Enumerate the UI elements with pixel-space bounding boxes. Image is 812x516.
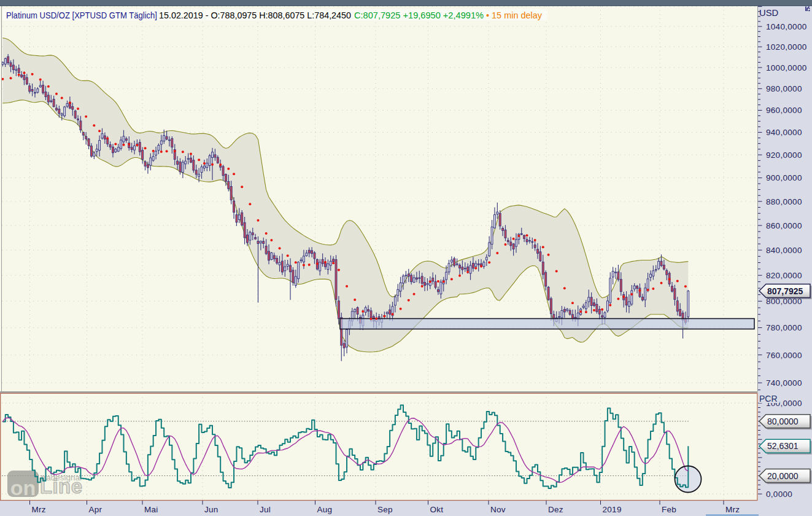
svg-text:Sep: Sep: [377, 505, 393, 514]
svg-text:1020,0000: 1020,0000: [766, 42, 807, 52]
svg-text:C:807,7925 +19,6950 +2,4991%: C:807,7925 +19,6950 +2,4991%: [354, 10, 484, 20]
svg-text:• 15 min delay: • 15 min delay: [486, 10, 543, 20]
svg-text:Platinum USD/OZ [XPTUSD GTM Tä: Platinum USD/OZ [XPTUSD GTM Täglich]: [6, 10, 157, 20]
svg-text:980,0000: 980,0000: [766, 84, 802, 93]
svg-text:760,0000: 760,0000: [766, 351, 802, 360]
svg-text:Jun: Jun: [204, 505, 218, 514]
svg-text:740,0000: 740,0000: [766, 378, 802, 388]
svg-text:820,0000: 820,0000: [766, 271, 802, 280]
svg-text:880,0000: 880,0000: [766, 197, 802, 206]
svg-text:on: on: [10, 476, 36, 499]
svg-text:Apr: Apr: [89, 505, 102, 514]
svg-text:Mai: Mai: [144, 505, 158, 514]
svg-text:900,0000: 900,0000: [766, 173, 802, 182]
svg-text:Mrz: Mrz: [725, 505, 740, 514]
svg-text:1040,0000: 1040,0000: [766, 22, 807, 31]
svg-text:20,0000: 20,0000: [767, 471, 798, 481]
svg-text:807,7925: 807,7925: [767, 286, 803, 296]
svg-text:52,6301: 52,6301: [767, 441, 798, 451]
svg-text:USD: USD: [759, 8, 778, 18]
svg-text:Jul: Jul: [260, 505, 271, 514]
svg-text:780,0000: 780,0000: [766, 323, 802, 332]
svg-text:80,0000: 80,0000: [767, 416, 798, 426]
svg-text:Mrz: Mrz: [32, 505, 46, 514]
svg-text:0,0000: 0,0000: [766, 490, 792, 499]
svg-text:Nov: Nov: [490, 505, 506, 514]
svg-text:960,0000: 960,0000: [766, 106, 802, 115]
svg-text:1000,0000: 1000,0000: [766, 63, 807, 72]
svg-text:940,0000: 940,0000: [766, 128, 802, 137]
svg-text:2019: 2019: [603, 505, 622, 514]
svg-text:Okt: Okt: [430, 505, 444, 514]
svg-text:15.02.2019 - O:788,0975 H:808,: 15.02.2019 - O:788,0975 H:808,6075 L:784…: [159, 10, 351, 20]
svg-text:Dez: Dez: [548, 505, 563, 514]
svg-text:PCR: PCR: [759, 394, 778, 404]
svg-text:920,0000: 920,0000: [766, 150, 802, 160]
svg-text:860,0000: 860,0000: [766, 221, 802, 230]
svg-text:Feb: Feb: [662, 505, 676, 514]
svg-text:Aug: Aug: [317, 505, 333, 514]
svg-text:840,0000: 840,0000: [766, 246, 802, 255]
